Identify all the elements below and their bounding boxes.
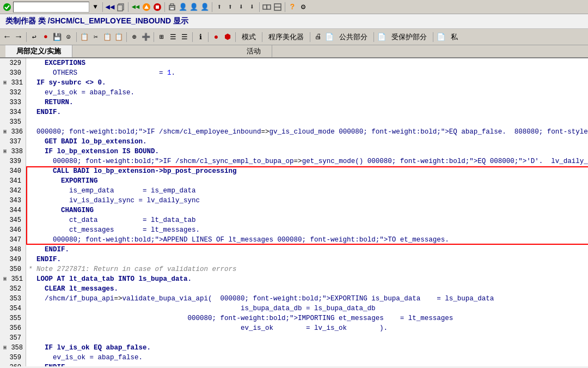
svg-point-0 [3, 3, 11, 11]
up-icon[interactable] [142, 2, 151, 12]
nav-left-icon[interactable]: ◀◀ [131, 2, 140, 12]
menu-beautify[interactable]: 程序美化器 [265, 31, 307, 43]
line-number-row: 346 [3, 225, 22, 235]
line-number-row: 355 [3, 313, 22, 323]
line-number: 351 [7, 274, 24, 284]
tool2-icon[interactable]: ● [41, 32, 51, 42]
line-number-row: 348 [3, 245, 22, 255]
tool13-icon[interactable]: ☰ [180, 32, 189, 42]
priv-icon[interactable]: 📄 [436, 32, 446, 42]
settings-icon[interactable]: ⚙ [298, 2, 308, 12]
code-line: /shcm/if_bupa_api=>validate_bupa_via_api… [28, 294, 588, 304]
line-number-row: 347 [3, 235, 22, 245]
dropdown-arrow-icon[interactable]: ▼ [90, 2, 100, 12]
line-number-row: 337 [3, 137, 22, 147]
sep-b [76, 32, 77, 42]
line-number-row: 339 [3, 156, 22, 166]
tab-local-def[interactable]: 局部定义/实施 [5, 45, 72, 57]
code-line: * Note 2727871: Return in case of valida… [28, 264, 588, 274]
tool11-icon[interactable]: ⊞ [157, 32, 167, 42]
line-number-row: 350 [3, 264, 22, 274]
line-number: 353 [5, 294, 22, 304]
stop-icon[interactable] [152, 2, 162, 12]
line-number-row: 343 [3, 196, 22, 206]
svg-rect-10 [263, 5, 267, 9]
line-number-row: 356 [3, 323, 22, 333]
code-line: EXPORTING [28, 176, 588, 186]
arr3-icon[interactable]: ⬇ [236, 2, 246, 12]
copy-icon[interactable] [116, 2, 126, 12]
arr1-icon[interactable]: ⬆ [215, 2, 224, 12]
line-number-row: 359 [3, 353, 22, 363]
line-number: 336 [7, 127, 24, 137]
line-number: 359 [5, 353, 22, 363]
box1-icon[interactable] [262, 2, 272, 12]
back-nav-icon[interactable]: ◀◀ [105, 2, 115, 12]
help-icon[interactable]: ? [287, 2, 297, 12]
sep-e [192, 32, 193, 42]
line-number-row: 341 [3, 176, 22, 186]
menu-protected[interactable]: 受保护部分 [388, 31, 430, 43]
code-line: 000080; font-weight:bold;">APPEND LINES … [28, 235, 588, 245]
tool10-icon[interactable]: ➕ [141, 32, 151, 42]
sep-f [208, 32, 209, 42]
line-number-row: ▣338 [3, 147, 22, 156]
tool7-icon[interactable]: 📋 [102, 32, 112, 42]
person-icon1[interactable]: 👤 [178, 2, 188, 12]
tool1-icon[interactable]: ↩ [29, 32, 39, 42]
code-line [28, 117, 588, 127]
box2-icon[interactable] [273, 2, 283, 12]
code-line: is_bupa_data_db = ls_bupa_data_db [28, 304, 588, 313]
pub2-icon[interactable]: 📄 [324, 32, 334, 42]
sep-g [235, 32, 236, 42]
tool4-icon[interactable]: ⊙ [64, 32, 74, 42]
tab-active[interactable]: 活动 [236, 45, 272, 57]
person-icon3[interactable]: 👤 [200, 2, 210, 12]
code-content[interactable]: EXCEPTIONS OTHERS = 1. IF sy-subrc <> 0.… [26, 58, 588, 366]
tool3-icon[interactable]: 💾 [52, 32, 62, 42]
line-number-row: 357 [3, 333, 22, 343]
line-number: 360 [5, 363, 22, 366]
code-line: RETURN. [28, 98, 588, 107]
tool5-icon[interactable]: 📋 [79, 32, 89, 42]
line-number: 338 [7, 147, 24, 156]
code-line: CALL BADI lo_bp_extension->bp_post_proce… [28, 166, 588, 176]
tool14-icon[interactable]: ℹ [195, 32, 205, 42]
menu-public[interactable]: 公共部分 [336, 31, 371, 43]
line-number: 333 [5, 98, 22, 107]
code-line: 000080; font-weight:bold;">IF /shcm/cl_s… [28, 156, 588, 166]
code-wrapper: EXCEPTIONS OTHERS = 1. IF sy-subrc <> 0.… [26, 58, 588, 366]
line-number-row: 334 [3, 107, 22, 117]
object-input[interactable] [13, 2, 89, 13]
arr4-icon[interactable]: ⬇ [247, 2, 257, 12]
tool8-icon[interactable]: 📋 [114, 32, 124, 42]
sep-h [262, 32, 262, 42]
pub-icon[interactable]: 🖨 [313, 32, 323, 42]
tool6-icon[interactable]: ✂ [91, 32, 101, 42]
title-bar: 类制作器 类 /SHCM/CL_EMPLOYEE_INBOUND 显示 [0, 14, 588, 29]
svg-rect-11 [267, 5, 271, 9]
line-number: 344 [5, 206, 22, 215]
tool12-icon[interactable]: ☰ [168, 32, 178, 42]
menu-private[interactable]: 私 [448, 31, 461, 43]
line-number: 349 [5, 255, 22, 264]
menu-mode[interactable]: 模式 [238, 31, 259, 43]
nav-fwd-icon[interactable]: → [14, 32, 23, 42]
tool16-icon[interactable]: ⬢ [223, 32, 232, 42]
line-number: 352 [5, 284, 22, 294]
tool9-icon[interactable]: ⊕ [130, 32, 139, 42]
nav-back-icon[interactable]: ← [2, 32, 12, 42]
person-icon2[interactable]: 👤 [189, 2, 199, 12]
line-number: 331 [7, 78, 24, 88]
arr2-icon[interactable]: ⬆ [225, 2, 235, 12]
code-line: IF sy-subrc <> 0. [28, 78, 588, 88]
prot-icon[interactable]: 📄 [377, 32, 387, 42]
line-numbers: 329330▣331332333334335▣336337▣3383393403… [0, 58, 26, 366]
tool15-icon[interactable]: ● [211, 32, 221, 42]
line-number-row: 340 [3, 166, 22, 176]
code-line: ev_is_ok = abap_false. [28, 353, 588, 363]
code-line: ev_is_ok = lv_is_ok ). [28, 323, 588, 333]
code-line: CHANGING [28, 206, 588, 215]
print-icon[interactable] [167, 2, 177, 12]
code-line: ct_messages = lt_messages. [28, 225, 588, 235]
